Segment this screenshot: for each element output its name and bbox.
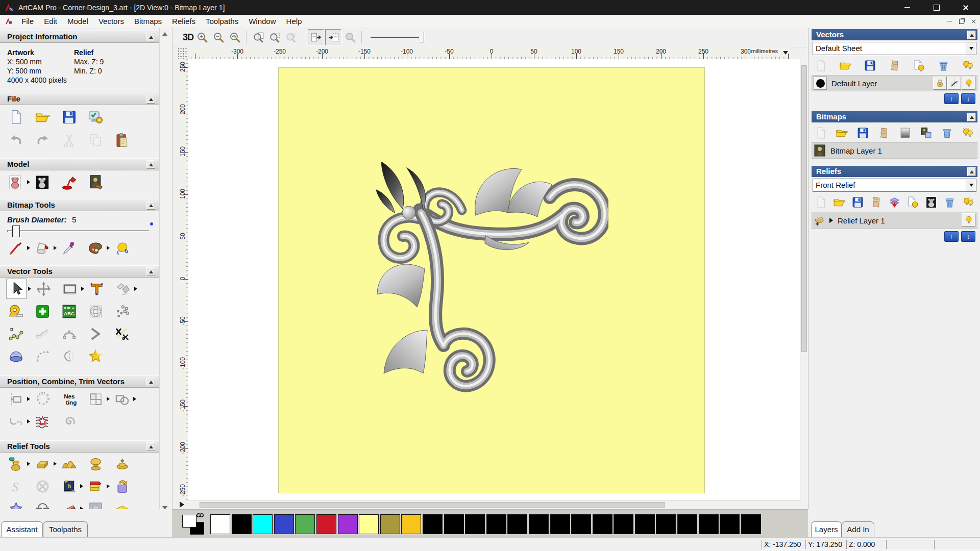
preview-relief-button[interactable] [342, 30, 358, 45]
tab-add-in[interactable]: Add In [842, 521, 874, 537]
flyout-arrow-icon[interactable] [54, 462, 57, 466]
dome-relief-icon[interactable] [86, 454, 105, 473]
merge-bitmap-layers-icon[interactable] [877, 126, 891, 140]
layer-name[interactable]: Bitmap Layer 1 [830, 146, 882, 155]
palette-swatch[interactable] [274, 514, 294, 534]
primary-secondary-colour-indicator[interactable] [182, 514, 207, 535]
model-artwork-area[interactable] [278, 67, 705, 493]
palette-swatch[interactable] [699, 514, 719, 534]
cut-icon[interactable] [59, 131, 79, 150]
offset-relief-icon[interactable] [86, 477, 105, 496]
text-on-curve-icon[interactable]: textoncurv [33, 389, 52, 409]
child-restore-icon[interactable] [959, 19, 964, 24]
palette-swatch[interactable] [359, 514, 379, 534]
child-close-icon[interactable] [971, 19, 976, 23]
zoom-to-rectangle-button[interactable] [267, 30, 283, 45]
paint-icon[interactable] [6, 238, 26, 258]
link-colours-icon[interactable] [196, 512, 204, 518]
relief-library-icon[interactable]: b [59, 477, 79, 496]
new-model-icon[interactable] [6, 107, 26, 127]
nesting-icon[interactable]: Nesting [59, 389, 79, 409]
open-bitmap-layer-icon[interactable] [835, 126, 849, 140]
delete-relief-layer-icon[interactable] [943, 195, 957, 209]
ruler-origin-button[interactable] [178, 47, 189, 60]
smooth-relief-icon[interactable] [59, 454, 79, 473]
layer-visibility-button[interactable] [962, 213, 975, 227]
menu-reliefs[interactable]: Reliefs [167, 16, 201, 27]
menu-help[interactable]: Help [281, 16, 307, 27]
greyscale-bitmap-icon[interactable] [898, 126, 912, 140]
panel-splitter-button[interactable] [180, 502, 184, 508]
tab-layers[interactable]: Layers [811, 521, 842, 537]
greyscale-relief-preview-icon[interactable] [924, 195, 939, 209]
2d-view-canvas[interactable] [188, 59, 800, 500]
bitmaps-panel-header[interactable]: Bitmaps [812, 111, 977, 122]
relief-layer-row[interactable]: Relief Layer 1 [812, 212, 977, 229]
bitmap-to-vector-icon[interactable] [112, 238, 132, 258]
scrollbar-thumb[interactable] [200, 502, 665, 508]
flyout-arrow-icon[interactable] [133, 397, 136, 401]
close-button[interactable] [951, 0, 980, 15]
offset-relief-layer-icon[interactable] [888, 195, 902, 209]
create-plane-icon[interactable] [33, 454, 52, 473]
collapse-button[interactable] [146, 267, 155, 276]
menu-model[interactable]: Model [62, 16, 93, 27]
flood-fill-icon[interactable] [33, 238, 52, 258]
new-relief-layer-icon[interactable] [906, 195, 920, 209]
contrast-slider-track[interactable] [371, 37, 419, 38]
paste-icon[interactable] [112, 131, 132, 150]
weave-wizard-icon[interactable] [33, 477, 52, 496]
extrude-dome-icon[interactable] [6, 346, 26, 366]
colour-palette-icon[interactable] [86, 238, 105, 258]
menu-vectors[interactable]: Vectors [93, 16, 129, 27]
layer-name[interactable]: Relief Layer 1 [838, 216, 885, 225]
flyout-arrow-icon[interactable] [81, 287, 84, 291]
palette-swatch[interactable] [614, 514, 633, 534]
primary-colour[interactable] [182, 515, 197, 528]
scrollbar-thumb[interactable] [801, 65, 807, 352]
toggle-vector-view-button[interactable] [325, 29, 341, 45]
collapse-button[interactable] [146, 95, 155, 104]
zoom-previous-button[interactable] [227, 30, 242, 45]
palette-swatch[interactable] [423, 514, 443, 534]
palette-swatch[interactable] [253, 514, 273, 534]
section-header-project-information[interactable]: Project Information [0, 31, 159, 43]
create-rectangle-icon[interactable] [60, 279, 80, 298]
open-relief-layer-icon[interactable] [832, 195, 846, 209]
open-vector-layer-icon[interactable] [838, 58, 852, 72]
copy-icon[interactable] [86, 131, 105, 150]
shape-editor-icon[interactable] [6, 454, 26, 473]
merge-relief-layers-icon[interactable] [869, 195, 883, 209]
bitmap-layer-row[interactable]: Bitmap Layer 1 [812, 142, 977, 159]
flyout-arrow-icon[interactable] [27, 462, 30, 466]
palette-swatch[interactable] [486, 514, 506, 534]
sweep-profile-icon[interactable]: S [6, 477, 26, 496]
menu-toolpaths[interactable]: Toolpaths [201, 16, 243, 27]
palette-swatch[interactable] [232, 514, 252, 534]
create-polyline-icon[interactable] [6, 324, 26, 343]
palette-swatch[interactable] [529, 514, 549, 534]
merge-vector-layers-icon[interactable] [887, 58, 901, 72]
save-model-icon[interactable] [59, 107, 79, 127]
child-minimize-icon[interactable] [947, 21, 952, 21]
flyout-arrow-icon[interactable] [27, 419, 30, 423]
palette-swatch[interactable] [380, 514, 400, 534]
palette-swatch[interactable] [295, 514, 315, 534]
new-vector-layer-icon[interactable] [912, 58, 926, 72]
block-copy-icon[interactable] [86, 389, 105, 409]
menu-window[interactable]: Window [243, 16, 281, 27]
tab-assistant[interactable]: Assistant [1, 521, 43, 537]
delete-bitmap-layer-icon[interactable] [940, 126, 954, 140]
collapse-button[interactable] [146, 378, 155, 386]
palette-swatch[interactable] [210, 514, 230, 534]
font-library-icon[interactable]: ABC [59, 302, 79, 321]
move-layer-down-button[interactable]: ↓ [961, 93, 975, 104]
dropdown-button[interactable] [966, 179, 976, 191]
transform-vectors-icon[interactable] [34, 279, 53, 298]
collapse-button[interactable] [967, 167, 976, 176]
weld-vectors-icon[interactable] [112, 389, 132, 409]
minimize-button[interactable] [893, 0, 922, 15]
flyout-arrow-icon[interactable] [27, 180, 30, 184]
toggle-3d-view-button[interactable]: 3D [183, 32, 193, 43]
collapse-button[interactable] [146, 442, 155, 451]
